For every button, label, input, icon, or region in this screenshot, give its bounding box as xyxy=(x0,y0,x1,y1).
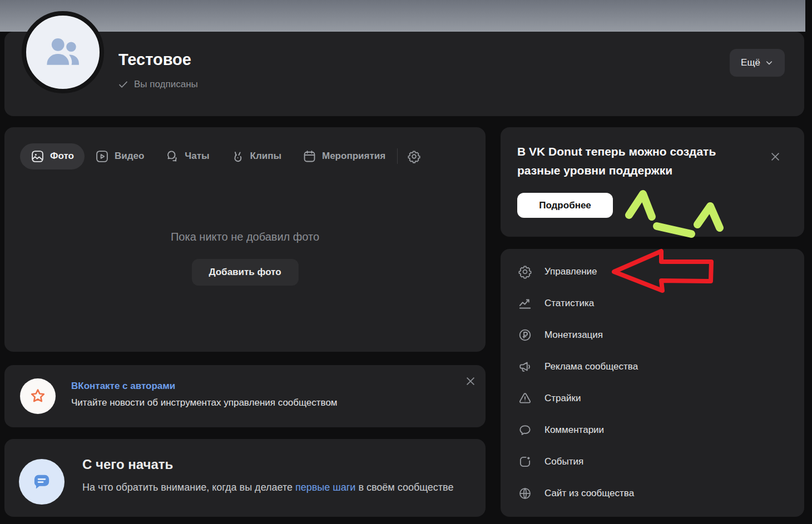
first-steps-link[interactable]: первые шаги xyxy=(295,482,355,493)
tab-label: Видео xyxy=(115,151,144,162)
menu-item-community-site[interactable]: Сайт из сообщества xyxy=(501,477,804,509)
comment-icon xyxy=(518,423,532,437)
tab-chats[interactable]: Чаты xyxy=(155,143,220,169)
menu-item-community-ads[interactable]: Реклама сообщества xyxy=(501,351,804,382)
content-tabs: Фото Видео Чаты Клипы xyxy=(20,143,476,169)
menu-item-strikes[interactable]: Страйки xyxy=(501,382,804,414)
menu-item-management[interactable]: Управление xyxy=(501,256,804,287)
text-segment: На что обратить внимание, когда вы делае… xyxy=(82,482,295,493)
menu-item-events[interactable]: События xyxy=(501,446,804,477)
community-header-card: Тестовое Вы подписаны Ещё xyxy=(4,32,804,116)
photos-empty-text: Пока никто не добавил фото xyxy=(4,231,486,243)
tab-videos[interactable]: Видео xyxy=(85,143,155,169)
photo-icon xyxy=(31,149,44,163)
authors-banner-link[interactable]: ВКонтакте с авторами xyxy=(71,381,175,392)
clips-icon xyxy=(231,149,245,163)
ruble-circle-icon xyxy=(518,328,532,342)
star-badge xyxy=(20,378,56,414)
donut-close-button[interactable] xyxy=(769,151,782,164)
chat-badge xyxy=(19,459,65,505)
tabs-settings-button[interactable] xyxy=(403,145,425,167)
menu-item-label: Статистика xyxy=(544,298,594,309)
menu-item-label: Страйки xyxy=(544,393,581,404)
menu-item-label: События xyxy=(544,456,583,467)
video-icon xyxy=(95,149,109,163)
tab-label: Чаты xyxy=(185,151,209,162)
chat-bubble-icon xyxy=(30,470,53,493)
menu-item-monetization[interactable]: Монетизация xyxy=(501,319,804,351)
subscribed-status[interactable]: Вы подписаны xyxy=(117,78,198,90)
check-icon xyxy=(117,78,129,90)
tab-label: Клипы xyxy=(250,151,281,162)
photos-card: Фото Видео Чаты Клипы xyxy=(4,127,486,352)
banner-close-button[interactable] xyxy=(464,375,477,388)
menu-item-label: Монетизация xyxy=(544,330,603,341)
getting-started-title: С чего начать xyxy=(82,457,173,472)
event-icon xyxy=(518,455,532,469)
subscribed-label: Вы подписаны xyxy=(134,79,198,90)
close-icon xyxy=(769,151,781,163)
tab-label: Фото xyxy=(50,151,74,162)
add-photo-button[interactable]: Добавить фото xyxy=(191,259,298,286)
menu-item-label: Реклама сообщества xyxy=(544,361,638,372)
more-button[interactable]: Ещё xyxy=(730,49,785,77)
menu-item-comments[interactable]: Комментарии xyxy=(501,414,804,446)
gear-icon xyxy=(407,149,421,163)
tabs-divider xyxy=(397,148,398,164)
globe-icon xyxy=(518,486,532,501)
authors-banner-text: Читайте новости об инструментах управлен… xyxy=(71,397,338,408)
management-menu-card: Управление Статистика Монетизация Реклам… xyxy=(501,249,804,517)
tab-photos[interactable]: Фото xyxy=(20,143,85,169)
people-icon xyxy=(41,31,85,74)
community-avatar[interactable] xyxy=(22,11,104,93)
more-button-label: Ещё xyxy=(741,57,760,68)
donut-details-button[interactable]: Подробнее xyxy=(517,193,613,218)
tab-events[interactable]: Мероприятия xyxy=(292,143,396,169)
page-title: Тестовое xyxy=(118,51,191,69)
menu-item-label: Сайт из сообщества xyxy=(544,488,634,499)
megaphone-icon xyxy=(518,360,532,374)
menu-item-statistics[interactable]: Статистика xyxy=(501,287,804,319)
donut-promo-title: В VK Donut теперь можно создать разные у… xyxy=(517,142,751,180)
getting-started-text: На что обратить внимание, когда вы делае… xyxy=(82,480,456,495)
tab-clips[interactable]: Клипы xyxy=(220,143,292,169)
getting-started-card[interactable]: С чего начать На что обратить внимание, … xyxy=(4,439,486,517)
stats-icon xyxy=(518,296,532,311)
text-segment: в своём сообществе xyxy=(355,482,453,493)
calendar-icon xyxy=(303,149,316,163)
chevron-down-icon xyxy=(765,58,774,67)
authors-banner: ВКонтакте с авторами Читайте новости об … xyxy=(4,365,486,427)
gear-icon xyxy=(518,265,532,279)
chats-icon xyxy=(165,149,179,163)
warning-triangle-icon xyxy=(518,391,532,406)
close-icon xyxy=(464,375,477,387)
menu-item-label: Управление xyxy=(544,266,597,277)
tab-label: Мероприятия xyxy=(322,151,385,162)
cover-image xyxy=(0,0,805,32)
donut-promo-card: В VK Donut теперь можно создать разные у… xyxy=(501,127,804,237)
star-icon xyxy=(29,387,47,405)
menu-item-label: Комментарии xyxy=(544,425,604,436)
